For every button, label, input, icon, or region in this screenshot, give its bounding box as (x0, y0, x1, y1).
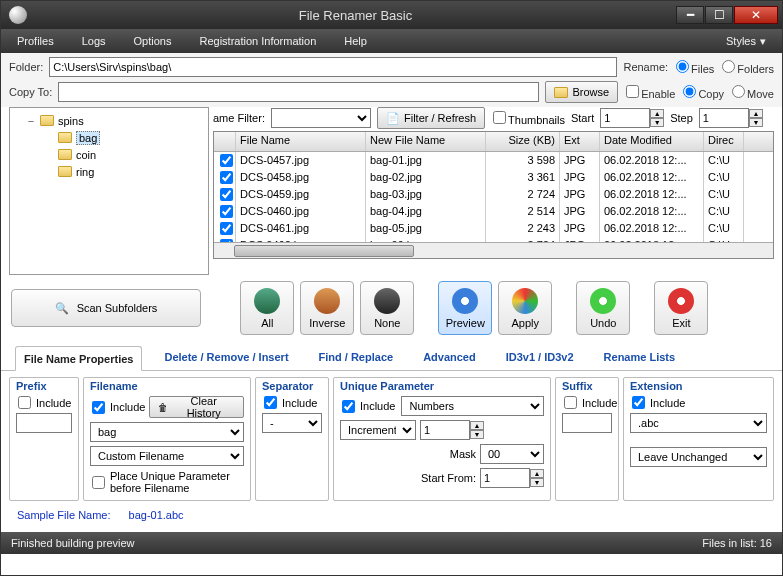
filter-refresh-button[interactable]: 📄 Filter / Refresh (377, 107, 485, 129)
spin-down-icon[interactable]: ▼ (749, 118, 763, 127)
table-row[interactable]: DCS-0457.jpgbag-01.jpg3 598JPG06.02.2018… (214, 152, 773, 169)
horizontal-scrollbar[interactable] (214, 242, 773, 258)
undo-button[interactable]: Undo (576, 281, 630, 335)
copyto-input[interactable] (58, 82, 539, 102)
table-row[interactable]: DCS-0458.jpgbag-02.jpg3 361JPG06.02.2018… (214, 169, 773, 186)
window-title: File Renamer Basic (35, 8, 676, 23)
folder-icon (554, 87, 568, 98)
extension-group: Extension Include .abc Leave Unchanged (623, 377, 774, 501)
filename-include-checkbox[interactable]: Include (90, 401, 145, 414)
table-row[interactable]: DCS-0461.jpgbag-05.jpg2 243JPG06.02.2018… (214, 220, 773, 237)
menu-options[interactable]: Options (134, 35, 172, 47)
spin-up-icon[interactable]: ▲ (749, 109, 763, 118)
tab-find-replace[interactable]: Find / Replace (311, 345, 402, 370)
separator-select[interactable]: - (262, 413, 322, 433)
name-filter-label: ame Filter: (213, 112, 265, 124)
increment-select[interactable]: Increment (340, 420, 416, 440)
row-checkbox[interactable] (220, 154, 233, 167)
move-radio[interactable]: Move (730, 85, 774, 100)
folder-icon (58, 149, 72, 160)
select-inverse-button[interactable]: Inverse (300, 281, 354, 335)
menu-bar: Profiles Logs Options Registration Infor… (1, 29, 782, 53)
status-bar: Finished building preview Files in list:… (1, 532, 782, 554)
extension-mode-select[interactable]: Leave Unchanged (630, 447, 767, 467)
minimize-button[interactable]: ━ (676, 6, 704, 24)
start-input[interactable] (600, 108, 650, 128)
increment-input[interactable] (420, 420, 470, 440)
tab-file-name-properties[interactable]: File Name Properties (15, 346, 142, 371)
folder-label: Folder: (9, 61, 43, 73)
rename-files-radio[interactable]: Files (674, 60, 714, 75)
place-unique-checkbox[interactable]: Place Unique Parameter before Filename (90, 470, 244, 494)
tree-node-ring[interactable]: ring (76, 166, 94, 178)
folder-tree[interactable]: −spins bag coin ring (9, 107, 209, 275)
row-checkbox[interactable] (220, 222, 233, 235)
folder-icon (58, 166, 72, 177)
prefix-include-checkbox[interactable]: Include (16, 396, 72, 409)
maximize-button[interactable]: ☐ (705, 6, 733, 24)
suffix-group: Suffix Include (555, 377, 619, 501)
extension-include-checkbox[interactable]: Include (630, 396, 767, 409)
collapse-icon[interactable]: − (26, 115, 36, 127)
spin-down-icon[interactable]: ▼ (530, 478, 544, 487)
menu-help[interactable]: Help (344, 35, 367, 47)
tab-delete-remove-insert[interactable]: Delete / Remove / Insert (156, 345, 296, 370)
styles-menu[interactable]: Styles ▾ (726, 35, 766, 48)
step-input[interactable] (699, 108, 749, 128)
select-none-button[interactable]: None (360, 281, 414, 335)
name-filter-select[interactable] (271, 108, 371, 128)
spin-down-icon[interactable]: ▼ (470, 430, 484, 439)
close-button[interactable]: ✕ (734, 6, 778, 24)
row-checkbox[interactable] (220, 188, 233, 201)
clear-history-button[interactable]: 🗑 Clear History (149, 396, 244, 418)
rename-folders-radio[interactable]: Folders (720, 60, 774, 75)
grid-header[interactable]: File Name New File Name Size (KB) Ext Da… (214, 132, 773, 152)
exit-button[interactable]: Exit (654, 281, 708, 335)
separator-include-checkbox[interactable]: Include (262, 396, 322, 409)
tab-id3[interactable]: ID3v1 / ID3v2 (498, 345, 582, 370)
tree-node-bag[interactable]: bag (76, 131, 100, 145)
spin-up-icon[interactable]: ▲ (650, 109, 664, 118)
undo-icon (590, 288, 616, 314)
app-icon (9, 6, 27, 24)
menu-logs[interactable]: Logs (82, 35, 106, 47)
spin-up-icon[interactable]: ▲ (530, 469, 544, 478)
suffix-include-checkbox[interactable]: Include (562, 396, 612, 409)
select-all-button[interactable]: All (240, 281, 294, 335)
row-checkbox[interactable] (220, 205, 233, 218)
filename-value-select[interactable]: bag (90, 422, 244, 442)
scan-subfolders-button[interactable]: 🔍Scan Subfolders (11, 289, 201, 327)
tab-rename-lists[interactable]: Rename Lists (596, 345, 684, 370)
apply-button[interactable]: Apply (498, 281, 552, 335)
separator-group: Separator Include - (255, 377, 329, 501)
browse-button[interactable]: Browse (545, 81, 618, 103)
suffix-input[interactable] (562, 413, 612, 433)
unique-include-checkbox[interactable]: Include (340, 396, 395, 416)
rename-label: Rename: (623, 61, 668, 73)
table-row[interactable]: DCS-0459.jpgbag-03.jpg2 724JPG06.02.2018… (214, 186, 773, 203)
row-checkbox[interactable] (220, 171, 233, 184)
copy-radio[interactable]: Copy (681, 85, 724, 100)
enable-checkbox[interactable]: Enable (624, 85, 675, 100)
filename-mode-select[interactable]: Custom Filename (90, 446, 244, 466)
tree-node-coin[interactable]: coin (76, 149, 96, 161)
start-from-input[interactable] (480, 468, 530, 488)
file-grid[interactable]: File Name New File Name Size (KB) Ext Da… (213, 131, 774, 259)
extension-value-select[interactable]: .abc (630, 413, 767, 433)
mask-select[interactable]: 00 (480, 444, 544, 464)
stack-icon (254, 288, 280, 314)
folder-input[interactable] (49, 57, 617, 77)
folder-icon (40, 115, 54, 126)
spin-up-icon[interactable]: ▲ (470, 421, 484, 430)
table-row[interactable]: DCS-0460.jpgbag-04.jpg2 514JPG06.02.2018… (214, 203, 773, 220)
filename-group: Filename Include 🗑 Clear History bag Cus… (83, 377, 251, 501)
tab-advanced[interactable]: Advanced (415, 345, 484, 370)
tree-node-spins[interactable]: spins (58, 115, 84, 127)
menu-profiles[interactable]: Profiles (17, 35, 54, 47)
spin-down-icon[interactable]: ▼ (650, 118, 664, 127)
thumbnails-checkbox[interactable]: Thumbnails (491, 111, 565, 126)
prefix-input[interactable] (16, 413, 72, 433)
preview-button[interactable]: Preview (438, 281, 492, 335)
unique-type-select[interactable]: Numbers (401, 396, 544, 416)
menu-registration[interactable]: Registration Information (199, 35, 316, 47)
